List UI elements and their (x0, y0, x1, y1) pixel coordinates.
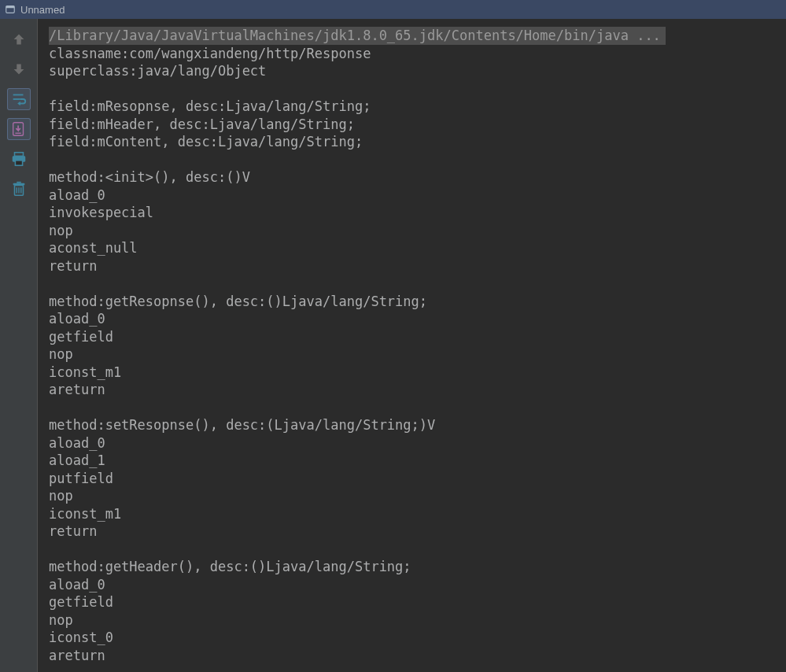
scroll-to-end-icon[interactable] (7, 118, 31, 140)
console-line: aconst_null (49, 239, 778, 257)
svg-rect-11 (17, 182, 21, 183)
console-line: areturn (49, 647, 778, 665)
console-line: field:mResopnse, desc:Ljava/lang/String; (49, 98, 778, 116)
console-line: invokespecial (49, 204, 778, 222)
arrow-down-icon[interactable] (7, 58, 31, 80)
console-line: classname:com/wangxiandeng/http/Response (49, 45, 778, 63)
console-line: getfield (49, 328, 778, 346)
console-line: field:mContent, desc:Ljava/lang/String; (49, 133, 778, 151)
console-line: aload_0 (49, 434, 778, 452)
console-line: return (49, 522, 778, 541)
titlebar: Unnamed (0, 0, 786, 19)
console-line: aload_0 (49, 186, 778, 205)
console-output[interactable]: /Library/Java/JavaVirtualMachines/jdk1.8… (38, 19, 786, 672)
console-line: nop (49, 345, 778, 364)
console-line: nop (49, 611, 778, 630)
console-header-line: /Library/Java/JavaVirtualMachines/jdk1.8… (49, 27, 666, 45)
console-line (49, 275, 778, 293)
console-line: field:mHeader, desc:Ljava/lang/String; (49, 116, 778, 134)
console-line: iconst_m1 (49, 364, 778, 382)
console-line (49, 399, 778, 417)
console-line (49, 541, 778, 559)
svg-rect-6 (14, 153, 23, 157)
svg-rect-5 (15, 133, 20, 134)
console-line: aload_0 (49, 576, 778, 594)
arrow-up-icon[interactable] (7, 28, 31, 50)
console-line: method:getResopnse(), desc:()Ljava/lang/… (49, 293, 778, 311)
window-title: Unnamed (20, 4, 65, 16)
svg-rect-3 (13, 98, 20, 100)
toolbar (0, 19, 38, 672)
wrap-text-icon[interactable] (7, 88, 31, 110)
console-line: nop (49, 487, 778, 505)
console-line (49, 151, 778, 169)
console-line: iconst_0 (49, 629, 778, 647)
console-line: iconst_m1 (49, 505, 778, 523)
console-line: putfield (49, 470, 778, 488)
svg-rect-1 (6, 6, 15, 9)
minimize-icon[interactable] (5, 4, 16, 15)
console-line: aload_0 (49, 310, 778, 328)
svg-rect-8 (15, 161, 22, 165)
svg-rect-2 (13, 94, 23, 96)
console-line: aload_1 (49, 452, 778, 470)
console-line: method:<init>(), desc:()V (49, 168, 778, 186)
console-line: getfield (49, 593, 778, 611)
console-line: nop (49, 222, 778, 240)
console-line (49, 80, 778, 98)
console-line: areturn (49, 381, 778, 399)
svg-rect-10 (13, 183, 24, 186)
print-icon[interactable] (7, 148, 31, 170)
trash-icon[interactable] (7, 178, 31, 200)
console-line: method:setResopnse(), desc:(Ljava/lang/S… (49, 416, 778, 434)
console-line: method:getHeader(), desc:()Ljava/lang/St… (49, 558, 778, 576)
console-line: return (49, 257, 778, 275)
console-line: superclass:java/lang/Object (49, 62, 778, 80)
